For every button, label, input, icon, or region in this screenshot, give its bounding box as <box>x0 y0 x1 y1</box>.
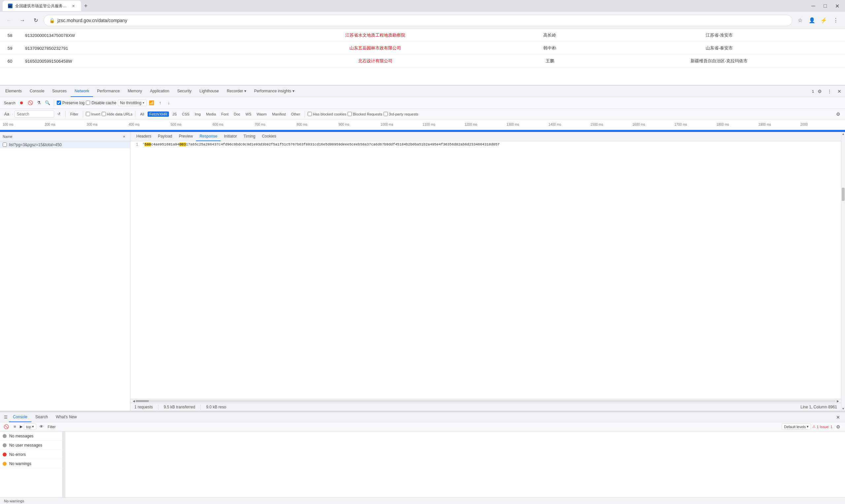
blocked-requests-label[interactable]: Blocked Requests <box>348 112 382 116</box>
filter-button[interactable]: ⚗ <box>35 99 42 107</box>
forward-button[interactable]: → <box>17 15 28 26</box>
hide-data-urls-checkbox[interactable] <box>102 112 106 116</box>
console-settings-button[interactable]: ⚙ <box>834 422 842 431</box>
back-button[interactable]: ← <box>4 15 15 26</box>
export-button[interactable]: ↓ <box>165 99 172 107</box>
extensions-button[interactable]: ⚡ <box>818 15 829 26</box>
filter-settings-button[interactable]: ⚙ <box>834 110 842 119</box>
clear-button[interactable]: 🚫 <box>27 99 34 107</box>
tab-cookies[interactable]: Cookies <box>259 132 279 141</box>
tab-lighthouse[interactable]: Lighthouse <box>195 86 223 97</box>
import-button[interactable]: ↑ <box>156 99 164 107</box>
blocked-cookies-checkbox[interactable] <box>307 112 312 116</box>
tab-initiator[interactable]: Initiator <box>221 132 240 141</box>
menu-button[interactable]: ⋮ <box>830 15 841 26</box>
tab-preview[interactable]: Preview <box>176 132 196 141</box>
horizontal-scrollbar[interactable]: ◀ ▶ <box>130 399 841 403</box>
row-company[interactable]: 山东五岳园林市政有限公司 <box>244 42 506 55</box>
tab-performance-insights[interactable]: Performance insights ▾ <box>250 86 298 97</box>
record-button[interactable]: ⏺ <box>18 99 25 107</box>
tab-recorder[interactable]: Recorder ▾ <box>223 86 250 97</box>
eye-button[interactable]: 👁 <box>38 423 45 430</box>
filter-font[interactable]: Font <box>219 111 230 117</box>
online-toggle[interactable]: 📶 <box>148 99 155 107</box>
filter-img[interactable]: Img <box>193 111 203 117</box>
blocked-requests-checkbox[interactable] <box>348 112 352 116</box>
console-tab-whats-new[interactable]: What's New <box>52 412 81 422</box>
tab-console[interactable]: Console <box>26 86 48 97</box>
tab-performance[interactable]: Performance <box>93 86 124 97</box>
search-requests-button[interactable]: 🔍 <box>44 99 51 107</box>
file-item[interactable]: list?pg=3&pgsz=15&total=450 <box>0 141 130 148</box>
console-close-button[interactable]: ✕ <box>834 413 842 421</box>
tab-close-button[interactable]: ✕ <box>71 3 76 8</box>
console-clear-button[interactable]: 🚫 <box>3 423 10 430</box>
scrollbar-thumb[interactable] <box>842 188 845 201</box>
close-window-button[interactable]: ✕ <box>832 1 842 11</box>
filter-wasm[interactable]: Wasm <box>255 111 269 117</box>
scroll-right-button[interactable]: ▶ <box>836 399 840 403</box>
tab-payload[interactable]: Payload <box>155 132 175 141</box>
invert-checkbox[interactable] <box>86 112 90 116</box>
active-tab[interactable]: 🏛 全国建筑市场监管公共服务平台 ✕ <box>3 1 81 11</box>
preserve-log-checkbox[interactable] <box>57 101 61 105</box>
console-tab-console[interactable]: Console <box>9 412 31 422</box>
file-col-close[interactable]: × <box>121 134 127 139</box>
blocked-cookies-label[interactable]: Has blocked cookies <box>307 112 346 116</box>
vertical-scrollbar[interactable]: ▲ ▼ <box>841 132 845 411</box>
tab-memory[interactable]: Memory <box>124 86 146 97</box>
disable-cache-checkbox[interactable] <box>86 101 90 105</box>
invert-checkbox-label[interactable]: Invert <box>86 112 100 116</box>
scroll-track[interactable] <box>136 400 836 402</box>
devtools-close-button[interactable]: ✕ <box>835 87 844 96</box>
tab-elements[interactable]: Elements <box>1 86 26 97</box>
reload-button[interactable]: ↻ <box>30 15 41 26</box>
new-tab-button[interactable]: + <box>81 1 90 11</box>
filter-media[interactable]: Media <box>204 111 218 117</box>
log-levels-dropdown[interactable]: Default levels ▾ <box>781 424 811 430</box>
filter-ws[interactable]: WS <box>244 111 253 117</box>
console-view-button[interactable]: ≡ <box>11 423 18 430</box>
filter-manifest[interactable]: Manifest <box>270 111 288 117</box>
file-item-checkbox[interactable] <box>3 143 7 147</box>
bookmark-button[interactable]: ☆ <box>795 15 805 26</box>
disable-cache-label[interactable]: Disable cache <box>86 101 116 105</box>
devtools-settings-button[interactable]: ⚙ <box>815 87 824 96</box>
filter-fetch-xhr[interactable]: Fetch/XHR <box>147 111 169 117</box>
filter-other[interactable]: Other <box>289 111 302 117</box>
filter-doc[interactable]: Doc <box>232 111 242 117</box>
filter-input[interactable] <box>15 110 54 118</box>
console-tab-search[interactable]: Search <box>31 412 52 422</box>
profile-button[interactable]: 👤 <box>807 15 817 26</box>
context-selector[interactable]: top ▾ <box>24 424 36 430</box>
scroll-up-arrow[interactable]: ▲ <box>841 132 845 136</box>
tab-sources[interactable]: Sources <box>48 86 71 97</box>
tab-timing[interactable]: Timing <box>240 132 259 141</box>
scroll-thumb[interactable] <box>136 400 149 402</box>
tab-network[interactable]: Network <box>71 86 93 97</box>
address-bar[interactable]: 🔒 jzsc.mohurd.gov.cn/data/company <box>43 15 792 26</box>
tab-application[interactable]: Application <box>146 86 173 97</box>
filter-all[interactable]: All <box>138 111 146 117</box>
filter-js[interactable]: JS <box>170 111 179 117</box>
case-sensitive-button[interactable]: Aa <box>3 111 11 117</box>
throttle-dropdown[interactable]: No throttling ▾ <box>118 100 147 106</box>
tab-headers[interactable]: Headers <box>133 132 155 141</box>
minimize-button[interactable]: ─ <box>808 1 818 11</box>
hide-data-urls-label[interactable]: Hide data URLs <box>102 112 133 116</box>
maximize-button[interactable]: □ <box>820 1 830 11</box>
preserve-log-label[interactable]: No throttling Preserve log <box>57 101 85 105</box>
drawer-icon[interactable]: ☰ <box>3 415 9 419</box>
network-search-label[interactable]: Search <box>3 101 17 105</box>
filter-css[interactable]: CSS <box>180 111 191 117</box>
third-party-checkbox[interactable] <box>384 112 388 116</box>
scroll-left-button[interactable]: ◀ <box>132 399 136 403</box>
scroll-down-arrow[interactable]: ▼ <box>841 407 845 411</box>
filter-clear-button[interactable]: ↺ <box>55 110 63 118</box>
third-party-label[interactable]: 3rd-party requests <box>384 112 418 116</box>
row-company[interactable]: 北石设计有限公司 <box>244 55 506 68</box>
filter-tag-filter[interactable]: Filter <box>68 111 80 117</box>
tab-security[interactable]: Security <box>173 86 195 97</box>
row-company[interactable]: 江苏省水文地质工程地质勘察院 <box>244 29 506 42</box>
devtools-more-button[interactable]: ⋮ <box>825 87 834 96</box>
